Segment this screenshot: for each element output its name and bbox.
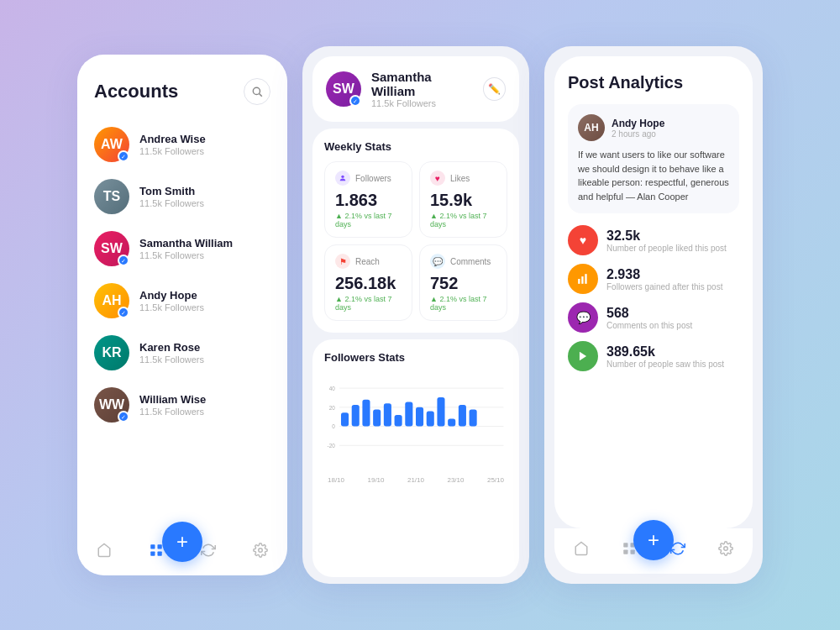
nav-settings-icon[interactable] [250, 540, 270, 560]
stat-value-followers: 1.863 [335, 191, 402, 210]
analytics-stat-info: 568 Comments on this post [606, 306, 692, 330]
weekly-stats-title: Weekly Stats [324, 140, 507, 153]
svg-marker-32 [580, 352, 586, 361]
verified-badge [118, 411, 129, 423]
svg-point-6 [259, 549, 263, 553]
chart-section: Followers Stats 40 20 0 -20 [312, 339, 519, 577]
avatar-wrap: AW [94, 127, 129, 162]
stat-card-followers: Followers 1.863 ▲ 2.1% vs last 7 days [324, 161, 412, 238]
analytics-inner: Post Analytics AH Andy Hope 2 hours ago … [554, 56, 753, 528]
stat-label-row: ⚑ Reach [335, 254, 402, 269]
svg-rect-29 [578, 279, 580, 284]
stat-label-row: 💬 Comments [430, 254, 496, 269]
svg-rect-26 [448, 418, 455, 426]
svg-text:0: 0 [332, 423, 335, 429]
svg-rect-17 [352, 405, 360, 426]
stat-card-likes: ♥ Likes 15.9k ▲ 2.1% vs last 7 days [419, 161, 507, 238]
account-item[interactable]: SW Samantha William 11.5k Followers [77, 223, 287, 275]
accounts-header: Accounts [77, 55, 287, 113]
analytics-stat-value: 2.938 [606, 267, 722, 282]
svg-rect-36 [631, 550, 635, 554]
svg-point-37 [724, 547, 728, 551]
analytics-nav-home-icon[interactable] [571, 538, 591, 559]
stats-grid: Followers 1.863 ▲ 2.1% vs last 7 days ♥ … [324, 161, 507, 321]
account-item[interactable]: AH Andy Hope 11.5k Followers [77, 275, 287, 327]
svg-rect-35 [624, 550, 628, 554]
stat-value-likes: 15.9k [430, 191, 496, 210]
svg-rect-30 [581, 276, 583, 284]
search-button[interactable] [244, 78, 270, 105]
svg-text:-20: -20 [328, 443, 336, 449]
analytics-stat-value: 568 [606, 306, 692, 321]
stat-label-row: Followers [335, 171, 402, 186]
accounts-title: Accounts [94, 81, 178, 102]
account-followers-count: 11.5k Followers [139, 407, 270, 417]
svg-rect-18 [362, 400, 370, 427]
analytics-stat-label: Number of people saw this post [606, 360, 724, 369]
chart-label-2: 19/10 [367, 476, 384, 484]
avatar-wrap: WW [94, 387, 129, 423]
account-info: Tom Smith 11.5k Followers [139, 185, 270, 208]
account-followers-count: 11.5k Followers [139, 146, 270, 156]
fab-add-button[interactable]: + [162, 522, 202, 562]
analytics-stat-info: 32.5k Number of people liked this post [606, 228, 727, 253]
avatar: TS [94, 179, 129, 214]
accounts-panel: Accounts AW Andrea Wise 11.5k Followers … [77, 55, 287, 575]
stat-icon-followers [335, 171, 350, 186]
analytics-stat-label: Followers gained after this post [606, 282, 722, 291]
account-name: Andy Hope [139, 289, 270, 302]
analytics-nav-settings-icon[interactable] [716, 538, 736, 559]
post-meta: AH Andy Hope 2 hours ago [578, 114, 729, 141]
account-item[interactable]: AW Andrea Wise 11.5k Followers [77, 118, 287, 171]
avatar-wrap: TS [94, 179, 129, 214]
account-name: Karen Rose [139, 341, 270, 354]
svg-point-7 [341, 176, 344, 178]
analytics-title: Post Analytics [568, 73, 739, 92]
analytics-fab-button[interactable]: + [633, 520, 674, 560]
account-item[interactable]: KR Karen Rose 11.5k Followers [77, 327, 287, 379]
analytics-stat-row-purple: 💬 568 Comments on this post [568, 302, 739, 333]
svg-rect-16 [341, 412, 349, 426]
accounts-footer: + [77, 530, 287, 575]
profile-avatar-wrap: SW [326, 71, 361, 107]
account-info: Andy Hope 11.5k Followers [139, 289, 270, 312]
profile-followers: 11.5k Followers [371, 98, 473, 108]
edit-profile-button[interactable]: ✏️ [483, 77, 506, 101]
account-item[interactable]: TS Tom Smith 11.5k Followers [77, 171, 287, 223]
svg-rect-21 [395, 415, 402, 427]
profile-panel: SW Samantha William 11.5k Followers ✏️ W… [302, 46, 529, 584]
account-followers-count: 11.5k Followers [139, 198, 270, 208]
svg-point-0 [253, 87, 260, 94]
svg-text:40: 40 [329, 386, 336, 391]
account-info: Samantha William 11.5k Followers [139, 237, 270, 260]
stat-card-comments: 💬 Comments 752 ▲ 2.1% vs last 7 days [419, 244, 507, 321]
account-name: Andrea Wise [139, 133, 270, 145]
stat-change-followers: ▲ 2.1% vs last 7 days [335, 212, 402, 228]
analytics-icon-purple: 💬 [568, 302, 598, 333]
avatar-wrap: KR [94, 335, 129, 370]
svg-rect-3 [158, 544, 162, 549]
post-text: If we want users to like our software we… [578, 148, 729, 203]
svg-rect-24 [427, 411, 434, 426]
stat-card-reach: ⚑ Reach 256.18k ▲ 2.1% vs last 7 days [324, 244, 412, 321]
account-name: Tom Smith [139, 185, 270, 197]
account-followers-count: 11.5k Followers [139, 302, 270, 312]
account-item[interactable]: WW William Wise 11.5k Followers [77, 379, 287, 431]
account-info: Karen Rose 11.5k Followers [139, 341, 270, 365]
stat-value-reach: 256.18k [335, 274, 402, 293]
analytics-stat-label: Number of people liked this post [606, 244, 727, 253]
avatar-wrap: SW [94, 231, 129, 266]
post-time: 2 hours ago [612, 129, 664, 139]
stat-change-comments: ▲ 2.1% vs last 7 days [430, 295, 496, 312]
nav-home-icon[interactable] [94, 540, 114, 560]
analytics-footer: + [554, 528, 753, 574]
stat-label-row: ♥ Likes [430, 171, 496, 186]
analytics-stat-row-red: ♥ 32.5k Number of people liked this post [568, 225, 739, 255]
svg-rect-27 [459, 405, 466, 426]
accounts-list: AW Andrea Wise 11.5k Followers TS Tom Sm… [77, 113, 287, 530]
account-info: Andrea Wise 11.5k Followers [139, 133, 270, 156]
post-preview: AH Andy Hope 2 hours ago If we want user… [568, 104, 739, 213]
profile-header: SW Samantha William 11.5k Followers ✏️ [312, 56, 519, 122]
stat-change-likes: ▲ 2.1% vs last 7 days [430, 212, 496, 228]
stat-icon-likes: ♥ [430, 171, 445, 186]
